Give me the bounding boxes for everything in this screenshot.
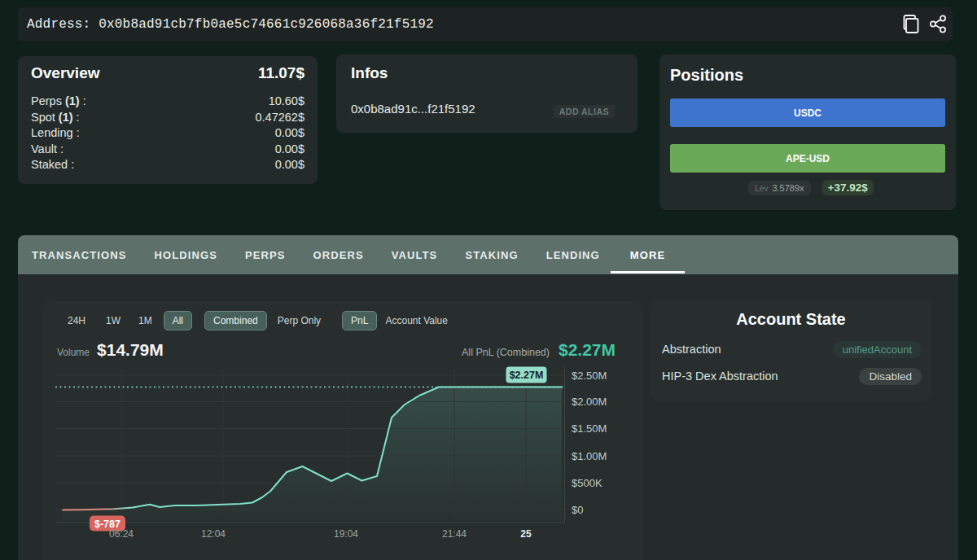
svg-text:06:24: 06:24 bbox=[109, 528, 134, 540]
svg-text:$2.50M: $2.50M bbox=[572, 370, 607, 382]
svg-text:25: 25 bbox=[520, 528, 532, 540]
svg-text:$500K: $500K bbox=[572, 477, 602, 489]
svg-text:$0: $0 bbox=[572, 504, 583, 516]
svg-text:$1.50M: $1.50M bbox=[572, 422, 607, 435]
svg-text:12:04: 12:04 bbox=[201, 528, 226, 540]
svg-text:$1.00M: $1.00M bbox=[572, 450, 607, 462]
svg-text:$2.00M: $2.00M bbox=[572, 396, 607, 408]
svg-text:21:44: 21:44 bbox=[442, 528, 467, 540]
svg-text:$2.27M: $2.27M bbox=[510, 370, 544, 381]
svg-text:19:04: 19:04 bbox=[334, 528, 358, 540]
